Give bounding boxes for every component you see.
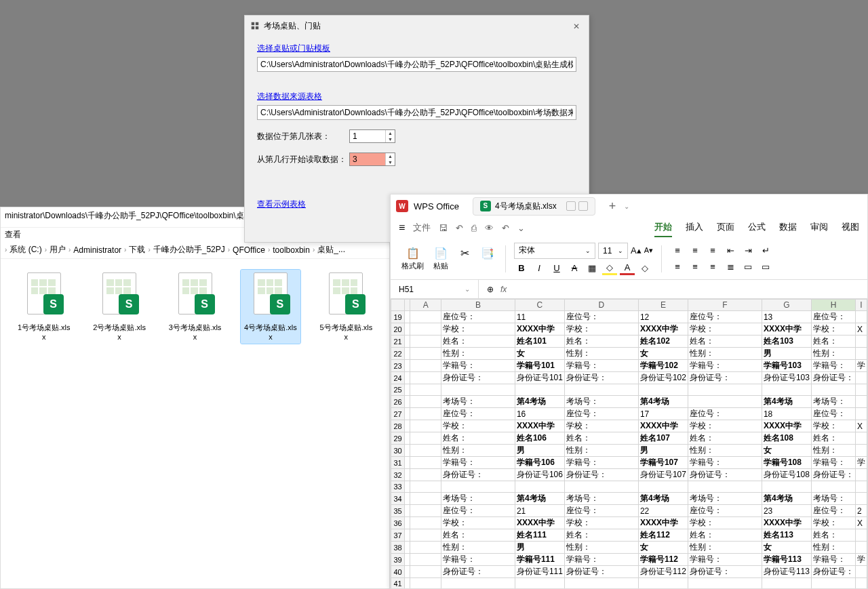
cell[interactable]: XXXX中学	[638, 420, 688, 432]
crumb[interactable]: toolboxbin	[273, 245, 310, 255]
cell[interactable]: 学籍号112	[638, 554, 688, 566]
arrow-up-icon[interactable]: ▲	[386, 130, 395, 136]
cell[interactable]: 考场号：	[811, 493, 855, 505]
cell[interactable]: 学校：	[441, 323, 515, 336]
cell[interactable]: 考场号：	[441, 493, 515, 505]
cell[interactable]: 姓名：	[564, 336, 638, 348]
cell[interactable]: 第4考场	[515, 396, 564, 408]
cell[interactable]: 23	[762, 505, 811, 517]
row-header[interactable]: 31	[391, 457, 405, 469]
cell[interactable]: 性别：	[688, 445, 762, 457]
cell[interactable]	[515, 481, 564, 493]
cell[interactable]	[410, 469, 441, 481]
align-middle-icon[interactable]: ≡	[688, 244, 703, 258]
cell[interactable]: 性别：	[688, 348, 762, 360]
cell[interactable]: 学校：	[564, 420, 638, 432]
cell[interactable]: 学校：	[441, 420, 515, 432]
cell[interactable]: 第4考场	[638, 493, 688, 505]
cell[interactable]: 学校：	[441, 517, 515, 529]
select-source-link[interactable]: 选择数据来源表格	[257, 91, 576, 102]
clear-format-button[interactable]: ◇	[637, 262, 652, 275]
cell[interactable]	[410, 336, 441, 348]
cell[interactable]: 学校：	[564, 517, 638, 529]
cell[interactable]: 身份证号107	[638, 469, 688, 481]
cell[interactable]: 性别：	[564, 542, 638, 554]
cell[interactable]: 性别：	[441, 445, 515, 457]
cell[interactable]: 身份证号108	[762, 469, 811, 481]
col-header[interactable]: F	[688, 300, 762, 311]
hamburger-icon[interactable]: ≡	[399, 222, 405, 234]
cell[interactable]	[856, 348, 867, 360]
cell[interactable]	[762, 384, 811, 396]
tab-min-icon[interactable]	[566, 201, 576, 211]
cell[interactable]	[410, 493, 441, 505]
row-header[interactable]: 19	[391, 311, 405, 323]
cell[interactable]: 姓名：	[811, 432, 855, 445]
cell[interactable]: 身份证号：	[441, 372, 515, 384]
cell[interactable]: 座位号：	[688, 505, 762, 517]
row-header[interactable]: 20	[391, 323, 405, 336]
cell[interactable]	[856, 493, 867, 505]
col-header[interactable]: C	[515, 300, 564, 311]
col-header[interactable]: E	[638, 300, 688, 311]
cell[interactable]: 身份证号：	[688, 469, 762, 481]
cell[interactable]: 学籍号102	[638, 360, 688, 372]
cell[interactable]	[410, 323, 441, 336]
cell[interactable]: 学校：	[688, 420, 762, 432]
cell[interactable]	[410, 408, 441, 420]
cell[interactable]: 姓名112	[638, 529, 688, 542]
cell[interactable]	[410, 517, 441, 529]
cell[interactable]: 姓名：	[688, 336, 762, 348]
cell[interactable]: 学籍号：	[564, 360, 638, 372]
undo-icon[interactable]: ↶	[502, 223, 509, 233]
cell[interactable]: XXXX中学	[638, 517, 688, 529]
sheet-index-spinner[interactable]: ▲▼	[349, 129, 395, 143]
crumb[interactable]: 桌贴_...	[317, 244, 345, 256]
zoom-icon[interactable]: ⊕	[487, 285, 494, 294]
start-row-spinner[interactable]: ▲▼	[349, 153, 395, 166]
file-item[interactable]: S4号考场桌贴.xlsx	[241, 270, 300, 344]
cell[interactable]: 座位号：	[811, 311, 855, 323]
cell[interactable]: 考场号：	[441, 396, 515, 408]
cell[interactable]: 女	[762, 445, 811, 457]
cell[interactable]: 座位号：	[564, 505, 638, 517]
crumb[interactable]: Administrator	[73, 245, 121, 255]
cell[interactable]	[410, 457, 441, 469]
cell[interactable]: XXXX中学	[638, 323, 688, 336]
cell[interactable]: 男	[515, 445, 564, 457]
cell[interactable]	[856, 445, 867, 457]
cell[interactable]: 学籍号：	[811, 554, 855, 566]
col-header[interactable]: I	[856, 300, 867, 311]
row-header[interactable]: 36	[391, 517, 405, 529]
cell[interactable]: 性别：	[811, 348, 855, 360]
cell[interactable]: 学籍号113	[762, 554, 811, 566]
cell[interactable]: 学籍号101	[515, 360, 564, 372]
cell[interactable]	[410, 384, 441, 396]
cell[interactable]	[410, 372, 441, 384]
cell[interactable]: 性别：	[564, 445, 638, 457]
cell[interactable]: 学校：	[688, 517, 762, 529]
cell[interactable]	[410, 578, 441, 590]
cell[interactable]: 姓名：	[441, 432, 515, 445]
col-header[interactable]: B	[441, 300, 515, 311]
cell[interactable]: 13	[762, 311, 811, 323]
col-header[interactable]: H	[811, 300, 855, 311]
cell[interactable]: 身份证号：	[564, 372, 638, 384]
cell[interactable]: 姓名：	[441, 529, 515, 542]
row-header[interactable]: 34	[391, 493, 405, 505]
tab-formula[interactable]: 公式	[748, 218, 766, 237]
cell[interactable]: 考场号：	[564, 396, 638, 408]
cell[interactable]	[410, 348, 441, 360]
cell-reference-box[interactable]: H51⌄	[391, 280, 479, 298]
crumb[interactable]: 下载	[129, 244, 145, 256]
cell[interactable]: 第4考场	[515, 493, 564, 505]
font-size-select[interactable]: 11⌄	[598, 243, 628, 259]
paste-button[interactable]: 📄粘贴	[431, 245, 451, 272]
copy-button[interactable]: 📑	[478, 245, 497, 272]
cell[interactable]: 座位号：	[688, 408, 762, 420]
cell[interactable]	[638, 481, 688, 493]
col-header[interactable]: D	[564, 300, 638, 311]
crumb[interactable]: 系统 (C:)	[9, 244, 41, 256]
cell[interactable]: XXXX中学	[515, 323, 564, 336]
cell[interactable]: 座位号：	[441, 408, 515, 420]
